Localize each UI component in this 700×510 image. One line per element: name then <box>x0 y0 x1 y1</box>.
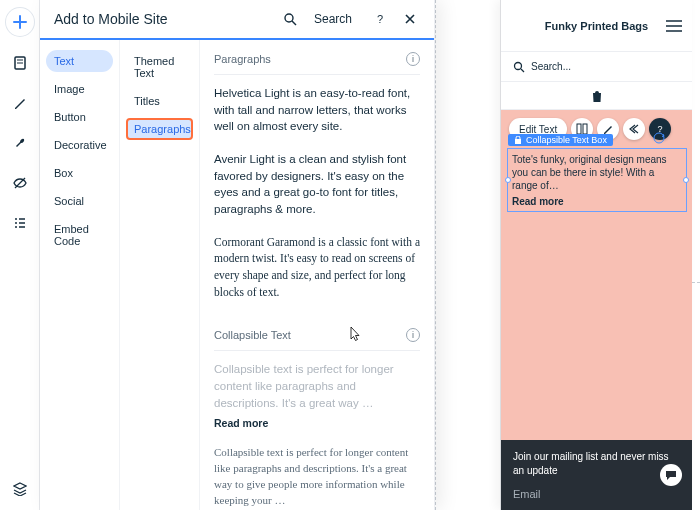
subcategory-paragraphs[interactable]: Paragraphs <box>126 118 193 140</box>
sample-collapsible-1[interactable]: Collapsible text is perfect for longer c… <box>214 361 420 411</box>
info-icon[interactable]: i <box>406 52 420 66</box>
help-icon[interactable]: ? <box>370 9 390 29</box>
preview-footer: Join our mailing list and never miss an … <box>501 440 692 510</box>
svg-rect-10 <box>515 139 521 144</box>
element-tag: Collapsible Text Box <box>508 134 613 146</box>
sample-helvetica[interactable]: Helvetica Light is an easy-to-read font,… <box>214 85 420 135</box>
bag-icon <box>591 89 603 103</box>
preview-search[interactable]: Search... <box>501 52 692 82</box>
search-icon[interactable] <box>280 9 300 29</box>
svg-point-11 <box>654 133 664 143</box>
svg-point-6 <box>515 62 522 69</box>
subcategory-column: Themed Text Titles Paragraphs <box>120 40 200 510</box>
preview-header: Funky Printed Bags <box>501 0 692 52</box>
tools-icon[interactable] <box>7 130 33 156</box>
site-title: Funky Printed Bags <box>545 20 648 32</box>
category-box[interactable]: Box <box>46 162 113 184</box>
svg-point-1 <box>15 218 17 220</box>
rotate-handle[interactable] <box>652 131 666 145</box>
add-button[interactable] <box>6 8 34 36</box>
subcategory-titles[interactable]: Titles <box>126 90 193 112</box>
close-icon[interactable] <box>400 9 420 29</box>
section-label: Collapsible Text <box>214 329 291 341</box>
category-social[interactable]: Social <box>46 190 113 212</box>
chat-icon[interactable] <box>660 464 682 486</box>
mobile-preview: Funky Printed Bags Search... Edit Text ?… <box>500 0 692 510</box>
panel-header: Add to Mobile Site Search ? <box>40 0 434 40</box>
pages-icon[interactable] <box>7 50 33 76</box>
footer-text: Join our mailing list and never miss an … <box>513 450 680 478</box>
animation-icon[interactable] <box>623 118 645 140</box>
section-collapsible: Collapsible Text i <box>214 316 420 351</box>
category-embed[interactable]: Embed Code <box>46 218 113 252</box>
lock-icon <box>514 136 522 144</box>
resize-handle-right[interactable] <box>683 177 689 183</box>
svg-text:?: ? <box>377 13 383 25</box>
info-icon[interactable]: i <box>406 328 420 342</box>
category-button[interactable]: Button <box>46 106 113 128</box>
hidden-icon[interactable] <box>7 170 33 196</box>
stage: Edit Text ? Collapsible Text Box Tote's … <box>501 110 692 440</box>
sample-garamond[interactable]: Cormorant Garamond is a classic font wit… <box>214 234 420 301</box>
sample-collapsible-2[interactable]: Collapsible text is perfect for longer c… <box>214 445 420 509</box>
search-icon <box>513 61 525 73</box>
footer-email-label[interactable]: Email <box>513 488 680 500</box>
add-panel: Add to Mobile Site Search ? Text Image B… <box>40 0 435 510</box>
svg-rect-7 <box>577 124 581 134</box>
svg-rect-8 <box>583 124 587 134</box>
samples-column: Paragraphs i Helvetica Light is an easy-… <box>200 40 434 510</box>
collapsible-text-element[interactable]: Collapsible Text Box Tote's funky, origi… <box>507 148 687 212</box>
read-more-1[interactable]: Read more <box>214 417 420 429</box>
svg-point-2 <box>15 222 17 224</box>
search-placeholder: Search... <box>531 61 571 72</box>
hamburger-icon[interactable] <box>666 18 682 36</box>
element-readmore[interactable]: Read more <box>508 194 686 211</box>
category-decorative[interactable]: Decorative <box>46 134 113 156</box>
sample-avenir[interactable]: Avenir Light is a clean and stylish font… <box>214 151 420 218</box>
resize-handle-left[interactable] <box>505 177 511 183</box>
layers-icon[interactable] <box>7 476 33 502</box>
section-label: Paragraphs <box>214 53 271 65</box>
panel-title: Add to Mobile Site <box>54 11 168 27</box>
svg-point-4 <box>285 14 293 22</box>
menu-icon[interactable] <box>7 210 33 236</box>
search-label[interactable]: Search <box>314 12 352 26</box>
section-paragraphs: Paragraphs i <box>214 40 420 75</box>
element-body: Tote's funky, original design means you … <box>508 149 686 194</box>
design-icon[interactable] <box>7 90 33 116</box>
subcategory-themed[interactable]: Themed Text <box>126 50 193 84</box>
category-text[interactable]: Text <box>46 50 113 72</box>
category-image[interactable]: Image <box>46 78 113 100</box>
category-column: Text Image Button Decorative Box Social … <box>40 40 120 510</box>
cart-row[interactable] <box>501 82 692 110</box>
left-rail <box>0 0 40 510</box>
svg-point-3 <box>15 226 17 228</box>
